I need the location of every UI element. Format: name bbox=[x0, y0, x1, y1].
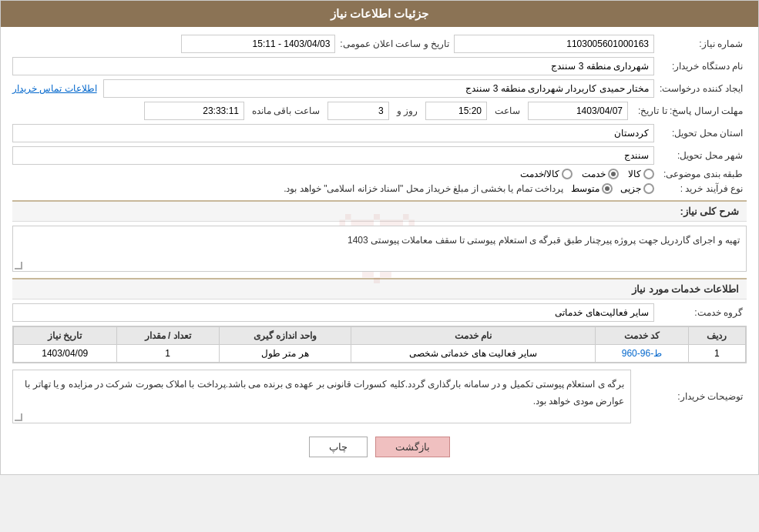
page-wrapper: جزئیات اطلاعات نیاز 🛡 شماره نیاز: 110300… bbox=[0, 0, 759, 475]
need-number-row: شماره نیاز: 1103005601000163 تاریخ و ساع… bbox=[12, 35, 747, 53]
need-number-field: 1103005601000163 bbox=[454, 35, 654, 53]
category-kala-option[interactable]: کالا bbox=[628, 169, 654, 179]
category-row: طبقه بندی موضوعی: کالا خدمت کالا/خدمت bbox=[12, 169, 747, 179]
category-kala-khedmat-option[interactable]: کالا/خدمت bbox=[520, 169, 573, 179]
cell-code: ط-96-960 bbox=[596, 345, 688, 363]
date-value: 1403/04/03 - 15:11 bbox=[253, 38, 331, 49]
category-label: طبقه بندی موضوعی: bbox=[654, 169, 747, 179]
category-kala-khedmat-radio[interactable] bbox=[562, 169, 573, 179]
resize-handle[interactable] bbox=[15, 262, 22, 269]
page-header: جزئیات اطلاعات نیاز bbox=[1, 1, 758, 27]
need-number-value: 1103005601000163 bbox=[566, 38, 649, 49]
process-motavaset-label: متوسط bbox=[571, 183, 599, 194]
description-section-title: شرح کلی نیاز: bbox=[12, 200, 747, 222]
city-row: شهر محل تحویل: سنندج bbox=[12, 146, 747, 165]
send-day-field: 3 bbox=[327, 102, 389, 120]
city-label: شهر محل تحویل: bbox=[654, 150, 747, 161]
process-jozyi-label: جزیی bbox=[620, 183, 641, 194]
remaining-label: ساعت باقی مانده bbox=[252, 105, 320, 116]
city-field: سنندج bbox=[12, 146, 654, 165]
category-khedmat-option[interactable]: خدمت bbox=[582, 169, 619, 179]
service-group-value: سایر فعالیت‌های خدماتی bbox=[555, 307, 649, 318]
category-khedmat-radio[interactable] bbox=[608, 169, 619, 179]
process-jozyi-radio[interactable] bbox=[643, 183, 654, 194]
process-note: پرداخت تمام یا بخشی از مبلغ خریداز محل "… bbox=[284, 183, 563, 194]
service-group-row: گروه خدمت: سایر فعالیت‌های خدماتی bbox=[12, 303, 747, 322]
buyer-notes-resize[interactable] bbox=[15, 413, 22, 421]
process-type-group: جزیی متوسط پرداخت تمام یا بخشی از مبلغ خ… bbox=[284, 183, 654, 194]
col-header-date: تاریخ نیاز bbox=[14, 327, 117, 345]
buyer-notes-label: توضیحات خریدار: bbox=[631, 391, 747, 402]
category-kala-radio[interactable] bbox=[643, 169, 654, 179]
province-row: استان محل تحویل: کردستان bbox=[12, 124, 747, 142]
buyer-org-row: نام دستگاه خریدار: شهرداری منطقه 3 سنندج bbox=[12, 57, 747, 75]
process-motavaset-option[interactable]: متوسط bbox=[571, 183, 613, 194]
services-table-container: ردیف کد خدمت نام خدمت واحد اندازه گیری ت… bbox=[12, 326, 747, 363]
send-time-value: 15:20 bbox=[458, 105, 482, 116]
send-deadline-row: مهلت ارسال پاسخ: تا تاریخ: 1403/04/07 سا… bbox=[12, 102, 747, 120]
buyer-org-label: نام دستگاه خریدار: bbox=[654, 61, 747, 72]
main-content: 🛡 شماره نیاز: 1103005601000163 تاریخ و س… bbox=[1, 27, 758, 474]
page-title: جزئیات اطلاعات نیاز bbox=[331, 7, 428, 20]
send-time-label: ساعت bbox=[495, 105, 520, 116]
cell-row: 1 bbox=[688, 345, 745, 363]
province-value: کردستان bbox=[614, 128, 649, 139]
services-tbody: 1ط-96-960سایر فعالیت های خدماتی شخصیهر م… bbox=[14, 345, 746, 363]
process-jozyi-option[interactable]: جزیی bbox=[620, 183, 654, 194]
process-motavaset-radio[interactable] bbox=[602, 183, 613, 194]
table-row: 1ط-96-960سایر فعالیت های خدماتی شخصیهر م… bbox=[14, 345, 746, 363]
buyer-org-field: شهرداری منطقه 3 سنندج bbox=[12, 57, 654, 75]
buyer-notes-row: توضیحات خریدار: برگه ی استعلام پیوستی تک… bbox=[12, 370, 747, 423]
process-row: نوع فرآیند خرید : جزیی متوسط پرداخت تمام… bbox=[12, 183, 747, 194]
cell-unit: هر متر طول bbox=[219, 345, 351, 363]
remaining-time-value: 23:33:11 bbox=[203, 105, 239, 116]
send-day-label: روز و bbox=[397, 105, 418, 116]
col-header-code: کد خدمت bbox=[596, 327, 688, 345]
category-kala-label: کالا bbox=[628, 169, 641, 179]
send-time-field: 15:20 bbox=[425, 102, 487, 120]
creator-label: ایجاد کننده درخواست: bbox=[654, 83, 747, 94]
creator-field: مختار حمیدی کاربردار شهرداری منطقه 3 سنن… bbox=[103, 79, 654, 98]
creator-row: ایجاد کننده درخواست: مختار حمیدی کاربردا… bbox=[12, 79, 747, 98]
description-text: تهیه و اجرای گاردریل جهت پروژه پیرچنار ط… bbox=[348, 235, 740, 246]
category-khedmat-label: خدمت bbox=[582, 169, 606, 179]
col-header-qty: تعداد / مقدار bbox=[116, 327, 219, 345]
date-label: تاریخ و ساعت اعلان عمومی: bbox=[340, 38, 449, 49]
col-header-unit: واحد اندازه گیری bbox=[219, 327, 351, 345]
buyer-notes-text: برگه ی استعلام پیوستی تکمیل و در سامانه … bbox=[25, 379, 624, 407]
service-group-label: گروه خدمت: bbox=[654, 307, 747, 318]
bottom-buttons: بازگشت چاپ bbox=[12, 427, 747, 467]
date-field: 1403/04/03 - 15:11 bbox=[181, 35, 335, 53]
need-number-label: شماره نیاز: bbox=[654, 38, 747, 49]
back-button[interactable]: بازگشت bbox=[375, 437, 450, 457]
send-date-field: 1403/04/07 bbox=[528, 102, 628, 120]
send-day-value: 3 bbox=[378, 105, 384, 116]
col-header-row: ردیف bbox=[688, 327, 745, 345]
province-field: کردستان bbox=[12, 124, 654, 142]
category-radio-group: کالا خدمت کالا/خدمت bbox=[520, 169, 654, 179]
category-kala-khedmat-label: کالا/خدمت bbox=[520, 169, 559, 179]
cell-quantity: 1 bbox=[116, 345, 219, 363]
send-date-value: 1403/04/07 bbox=[576, 105, 623, 116]
print-button[interactable]: چاپ bbox=[309, 437, 368, 457]
creator-value: مختار حمیدی کاربردار شهرداری منطقه 3 سنن… bbox=[465, 83, 649, 94]
remaining-time-field: 23:33:11 bbox=[144, 102, 244, 120]
cell-date: 1403/04/09 bbox=[14, 345, 117, 363]
buyer-notes-box: برگه ی استعلام پیوستی تکمیل و در سامانه … bbox=[12, 370, 631, 423]
description-box: تهیه و اجرای گاردریل جهت پروژه پیرچنار ط… bbox=[12, 226, 747, 272]
services-section-title: اطلاعات خدمات مورد نیاز bbox=[12, 278, 747, 299]
send-deadline-label: مهلت ارسال پاسخ: تا تاریخ: bbox=[631, 105, 747, 116]
province-label: استان محل تحویل: bbox=[654, 128, 747, 139]
contact-link[interactable]: اطلاعات تماس خریدار bbox=[12, 83, 97, 94]
city-value: سنندج bbox=[624, 150, 649, 161]
process-label: نوع فرآیند خرید : bbox=[654, 183, 747, 194]
buyer-org-value: شهرداری منطقه 3 سنندج bbox=[551, 61, 649, 72]
service-group-field: سایر فعالیت‌های خدماتی bbox=[12, 303, 654, 322]
col-header-name: نام خدمت bbox=[351, 327, 596, 345]
cell-name: سایر فعالیت های خدماتی شخصی bbox=[351, 345, 596, 363]
table-header-row: ردیف کد خدمت نام خدمت واحد اندازه گیری ت… bbox=[14, 327, 746, 345]
services-table: ردیف کد خدمت نام خدمت واحد اندازه گیری ت… bbox=[13, 326, 746, 363]
